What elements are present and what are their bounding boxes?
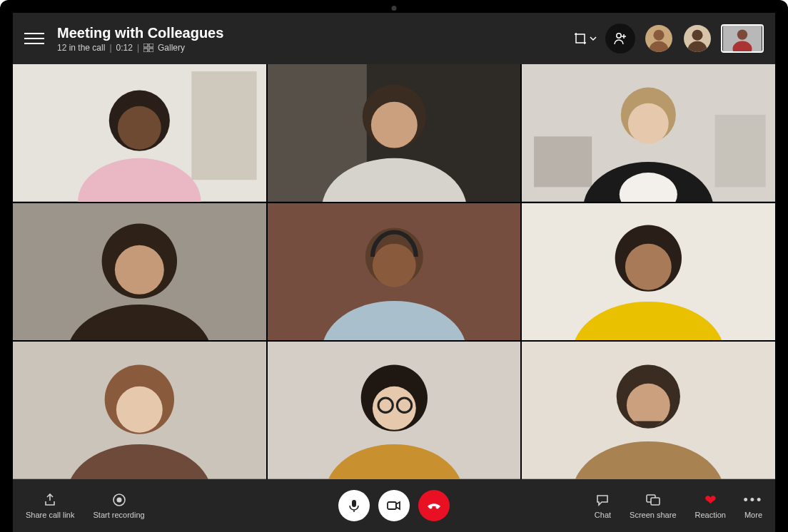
more-icon: ••• [745, 492, 761, 508]
record-button[interactable]: Start recording [93, 492, 144, 519]
participant-thumb-3[interactable] [721, 24, 764, 53]
video-tile-6[interactable] [522, 203, 775, 341]
add-person-icon [613, 31, 627, 46]
video-tile-9[interactable] [522, 342, 775, 479]
screen-share-label: Screen share [630, 511, 676, 519]
hang-up-icon [425, 497, 443, 514]
webcam-indicator [392, 6, 397, 11]
video-tile-4[interactable] [13, 203, 266, 341]
video-tile-5[interactable] [268, 203, 521, 341]
add-person-button[interactable] [605, 24, 635, 53]
gallery-view-icon [143, 44, 153, 52]
svg-point-4 [617, 34, 621, 38]
svg-rect-3 [149, 48, 153, 52]
participant-thumb-1[interactable] [644, 24, 674, 53]
share-link-label: Share call link [26, 511, 74, 519]
record-label: Start recording [93, 511, 144, 519]
crop-icon [574, 32, 587, 45]
chat-label: Chat [595, 511, 611, 519]
svg-point-17 [118, 106, 161, 150]
reaction-button[interactable]: ❤ Reaction [695, 492, 726, 519]
separator: | [109, 43, 111, 53]
camera-toggle-button[interactable] [378, 490, 410, 521]
reaction-label: Reaction [695, 511, 726, 519]
share-link-button[interactable]: Share call link [26, 492, 74, 519]
svg-rect-61 [388, 502, 396, 509]
svg-point-22 [371, 102, 418, 148]
svg-point-28 [628, 103, 669, 144]
hang-up-button[interactable] [418, 490, 450, 521]
svg-point-12 [737, 29, 747, 39]
more-button[interactable]: ••• More [744, 492, 762, 519]
chat-icon [595, 492, 610, 508]
mic-toggle-button[interactable] [338, 490, 370, 521]
svg-rect-60 [352, 500, 356, 507]
call-title: Meeting with Colleagues [57, 25, 223, 41]
video-grid [13, 64, 775, 479]
svg-point-33 [115, 245, 164, 294]
call-header: Meeting with Colleagues 12 in the call |… [13, 13, 775, 64]
video-tile-7[interactable] [13, 342, 266, 479]
svg-rect-2 [143, 48, 148, 52]
participant-count: 12 in the call [57, 43, 105, 53]
video-tile-2[interactable] [268, 64, 521, 202]
menu-button[interactable] [24, 29, 44, 48]
svg-point-46 [116, 387, 163, 433]
svg-rect-63 [651, 498, 660, 505]
microphone-icon [347, 498, 361, 513]
header-right [574, 24, 764, 53]
svg-point-38 [373, 243, 416, 287]
controls-center [338, 490, 450, 521]
view-mode-label: Gallery [158, 43, 185, 53]
participant-thumb-2[interactable] [682, 24, 712, 53]
svg-rect-15 [191, 71, 256, 180]
chevron-down-icon [590, 35, 597, 42]
call-controls-bar: Share call link Start recording [13, 479, 775, 532]
svg-rect-1 [149, 44, 153, 47]
video-tile-3[interactable] [522, 64, 775, 202]
controls-left: Share call link Start recording [26, 492, 145, 519]
svg-point-6 [653, 30, 664, 41]
app-screen: Meeting with Colleagues 12 in the call |… [13, 13, 775, 532]
screen-share-button[interactable]: Screen share [630, 492, 676, 519]
svg-point-42 [625, 243, 672, 290]
video-tile-8[interactable] [268, 342, 521, 479]
svg-point-9 [692, 30, 702, 41]
screen-share-icon [645, 492, 661, 508]
monitor-frame: Meeting with Colleagues 12 in the call |… [0, 0, 788, 532]
call-subtitle: 12 in the call | 0:12 | Gallery [57, 43, 223, 53]
layout-dropdown[interactable] [574, 32, 597, 45]
more-label: More [744, 511, 762, 519]
video-tile-1[interactable] [13, 64, 266, 202]
svg-rect-26 [715, 115, 766, 187]
controls-right: Chat Screen share ❤ Reaction ••• More [595, 492, 762, 519]
call-duration: 0:12 [116, 43, 133, 53]
camera-icon [386, 498, 402, 513]
call-title-block: Meeting with Colleagues 12 in the call |… [57, 25, 223, 53]
svg-rect-0 [143, 44, 148, 47]
heart-icon: ❤ [702, 492, 718, 508]
share-icon [42, 492, 58, 508]
separator: | [137, 43, 139, 53]
svg-point-56 [627, 384, 670, 427]
svg-point-59 [116, 498, 121, 503]
chat-button[interactable]: Chat [595, 492, 611, 519]
record-icon [111, 492, 127, 508]
svg-rect-25 [534, 136, 592, 187]
